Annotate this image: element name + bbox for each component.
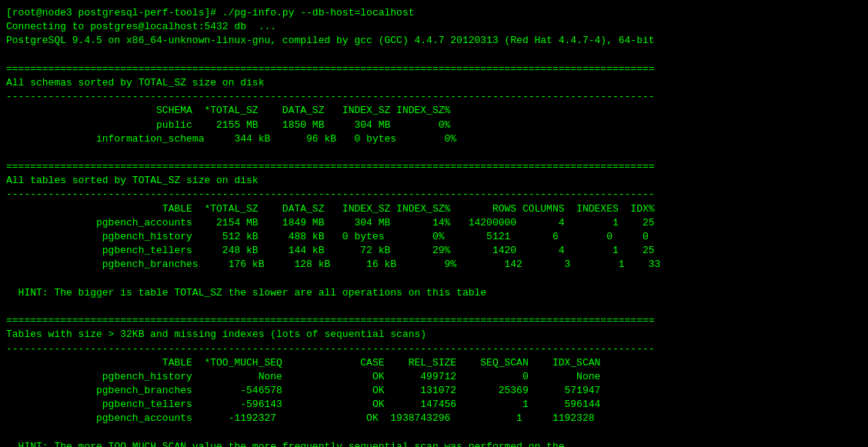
- terminal-output: [root@node3 postgresql-perf-tools]# ./pg…: [6, 6, 862, 447]
- terminal: [root@node3 postgresql-perf-tools]# ./pg…: [6, 6, 862, 447]
